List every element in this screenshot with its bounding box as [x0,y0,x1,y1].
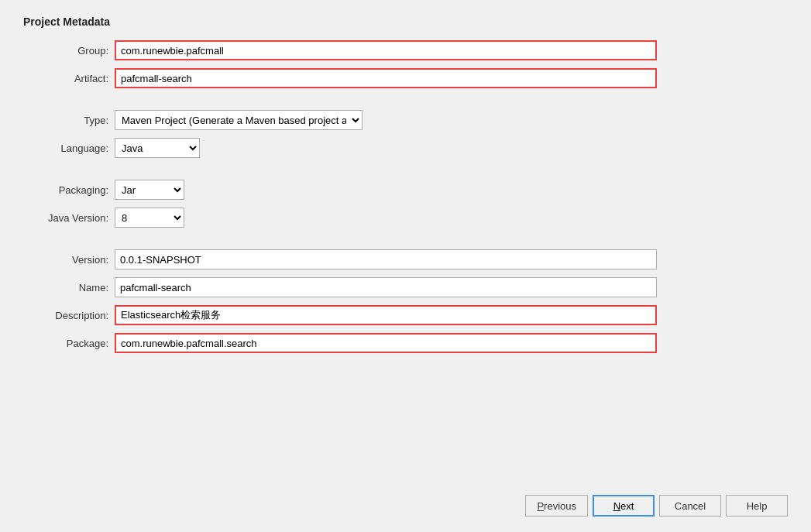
button-bar: Previous Next Cancel Help [23,487,788,517]
name-row: Name: [23,277,788,297]
next-button[interactable]: Next [593,495,655,517]
package-label: Package: [23,338,108,349]
java-version-row: Java Version: 8 11 17 [23,208,788,228]
name-label: Name: [23,282,108,293]
form-area: Group: Artifact: Type: Maven Project (Ge… [23,40,788,487]
artifact-row: Artifact: [23,68,788,88]
previous-button[interactable]: Previous [525,495,588,517]
package-row: Package: [23,333,788,353]
dialog: Project Metadata Group: Artifact: Type: … [0,0,811,532]
description-input[interactable] [115,305,657,325]
packaging-label: Packaging: [23,184,108,196]
help-label: Help [747,500,768,512]
type-label: Type: [23,115,108,126]
artifact-input[interactable] [115,68,657,88]
next-label: Next [613,500,634,512]
previous-label: Previous [537,500,576,512]
packaging-row: Packaging: Jar War [23,180,788,200]
cancel-label: Cancel [675,500,706,512]
language-label: Language: [23,142,108,154]
java-version-label: Java Version: [23,212,108,224]
section-title: Project Metadata [23,15,788,28]
cancel-button[interactable]: Cancel [659,495,721,517]
package-input[interactable] [115,333,657,353]
artifact-label: Artifact: [23,73,108,84]
description-row: Description: [23,305,788,325]
language-row: Language: Java Kotlin Groovy [23,138,788,158]
packaging-select[interactable]: Jar War [115,180,184,200]
version-row: Version: [23,249,788,269]
group-input[interactable] [115,40,657,60]
group-row: Group: [23,40,788,60]
name-input[interactable] [115,277,657,297]
help-button[interactable]: Help [726,495,788,517]
version-label: Version: [23,254,108,266]
group-label: Group: [23,45,108,57]
type-select[interactable]: Maven Project (Generate a Maven based pr… [115,110,363,130]
java-version-select[interactable]: 8 11 17 [115,208,184,228]
language-select[interactable]: Java Kotlin Groovy [115,138,200,158]
description-label: Description: [23,310,108,321]
type-row: Type: Maven Project (Generate a Maven ba… [23,110,788,130]
version-input[interactable] [115,249,657,269]
